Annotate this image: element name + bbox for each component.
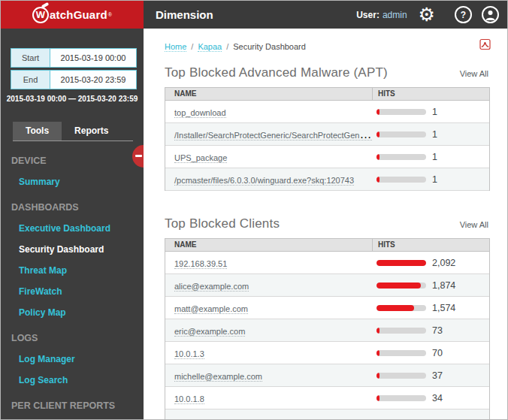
tab-reports[interactable]: Reports xyxy=(62,122,121,141)
logo-w-circle: W xyxy=(32,7,49,23)
row-name-link[interactable]: /Installer/SearchProtectGeneric/SearchPr… xyxy=(174,131,373,141)
end-date-field[interactable]: End 2015-03-20 23:59 xyxy=(11,70,137,89)
nav-section: DEVICE Summary xyxy=(1,150,144,192)
top-bar: W atchGuard ® Dimension User: admin ⚙ ? xyxy=(1,1,507,29)
logo-flame-icon xyxy=(41,2,50,8)
row-name-link[interactable]: /pcmaster/files/6.0.3.0/winguard.exe?skq… xyxy=(174,176,354,186)
sidebar-item-security-dashboard[interactable]: Security Dashboard xyxy=(1,239,144,260)
row-hits-value: 37 xyxy=(432,370,443,381)
brand-area: W atchGuard ® xyxy=(1,1,144,29)
start-date-value: 2015-03-19 00:00 xyxy=(50,49,136,67)
hits-cell: 70 xyxy=(373,348,443,358)
watchguard-logo: W atchGuard ® xyxy=(32,7,112,23)
col-header-hits: HITS xyxy=(373,88,395,100)
view-all-link[interactable]: View All xyxy=(460,220,488,229)
row-name-link[interactable]: matt@example.com xyxy=(174,304,248,314)
hits-bar-fill xyxy=(376,154,379,160)
user-area: User: admin ⚙ ? xyxy=(356,1,499,29)
logo-trademark: ® xyxy=(108,12,112,17)
table-row: top_download 1 xyxy=(165,101,489,123)
user-name: admin xyxy=(383,10,407,20)
hits-cell: 2,092 xyxy=(373,258,455,268)
row-hits-value: 1 xyxy=(432,107,437,117)
sidebar-item-log-search[interactable]: Log Search xyxy=(1,370,144,391)
name-cell: 192.168.39.51 xyxy=(165,256,373,270)
view-all-link[interactable]: View All xyxy=(460,69,488,78)
hits-cell: 34 xyxy=(373,393,443,403)
settings-gear-icon[interactable]: ⚙ xyxy=(419,5,435,24)
sidebar-item-executive-dashboard[interactable]: Executive Dashboard xyxy=(1,218,144,239)
hits-bar-track xyxy=(376,350,426,356)
name-cell: top_download xyxy=(165,105,373,119)
sidebar-item-threat-map[interactable]: Threat Map xyxy=(1,260,144,281)
hits-bar-track xyxy=(376,283,426,289)
panel-title: Top Blocked Advanced Malware (APT) xyxy=(165,65,388,80)
nav-section-title: LOGS xyxy=(1,328,144,349)
sidebar-item-log-manager[interactable]: Log Manager xyxy=(1,349,144,370)
row-name-link[interactable]: 10.0.1.3 xyxy=(174,349,204,359)
start-date-field[interactable]: Start 2015-03-19 00:00 xyxy=(11,48,137,68)
table-row: matt@example.com 1,574 xyxy=(165,297,489,319)
sidebar-item-policy-map[interactable]: Policy Map xyxy=(1,302,144,323)
sidebar-item-summary[interactable]: Summary xyxy=(1,416,144,420)
end-date-value: 2015-03-20 23:59 xyxy=(50,71,136,89)
sidebar-nav: DEVICE Summary DASHBOARDS Executive Dash… xyxy=(1,150,144,420)
name-cell: alice@example.com xyxy=(165,279,373,292)
panels: Top Blocked Advanced Malware (APT) View … xyxy=(165,65,488,419)
export-pdf-icon[interactable] xyxy=(479,38,491,53)
row-hits-value: 1 xyxy=(432,129,437,140)
row-hits-value: 1 xyxy=(432,174,437,185)
hits-bar-fill xyxy=(376,109,379,115)
row-hits-value: 1 xyxy=(432,152,437,162)
sidebar-item-firewatch[interactable]: FireWatch xyxy=(1,281,144,302)
tab-tools[interactable]: Tools xyxy=(13,122,62,141)
nav-section: LOGS Log ManagerLog Search xyxy=(1,328,144,391)
panel: Top Blocked Clients View All NAME HITS 1… xyxy=(165,216,488,419)
sidebar-item-summary[interactable]: Summary xyxy=(1,171,144,192)
name-cell: UPS_package xyxy=(165,150,373,164)
breadcrumb-separator: / xyxy=(226,42,228,51)
hits-bar-track xyxy=(376,131,426,137)
table-header: NAME HITS xyxy=(165,88,489,101)
col-header-hits: HITS xyxy=(373,239,395,251)
nav-section: PER CLIENT REPORTS SummaryDetail xyxy=(1,395,144,420)
hits-bar-fill xyxy=(376,177,379,183)
nav-section-title: DEVICE xyxy=(1,150,144,171)
table-row: alice@example.com 1,874 xyxy=(165,274,489,297)
hits-bar-track xyxy=(376,260,426,266)
name-cell: michelle@example.com xyxy=(165,369,373,382)
table-row: UPS_package 1 xyxy=(165,146,489,168)
hits-cell: 1 xyxy=(373,152,437,162)
panel-head: Top Blocked Advanced Malware (APT) View … xyxy=(165,65,488,80)
row-name-link[interactable]: UPS_package xyxy=(174,153,227,163)
row-name-link[interactable]: eric@example.com xyxy=(174,327,245,337)
row-name-link[interactable]: michelle@example.com xyxy=(174,372,262,382)
row-hits-value: 1,874 xyxy=(432,280,455,291)
hits-bar-fill xyxy=(376,305,414,311)
name-cell: matt@example.com xyxy=(165,301,373,315)
table-row: eric@example.com 73 xyxy=(165,319,489,342)
start-date-label: Start xyxy=(11,49,50,67)
row-name-link[interactable]: top_download xyxy=(174,108,226,118)
row-hits-value: 70 xyxy=(432,348,443,358)
row-name-link[interactable]: 10.0.1.8 xyxy=(174,394,204,404)
minus-icon xyxy=(135,155,142,157)
account-icon[interactable] xyxy=(482,6,499,23)
row-name-link[interactable]: 192.168.39.51 xyxy=(174,259,227,269)
hits-bar-fill xyxy=(376,283,421,289)
end-date-label: End xyxy=(11,71,50,89)
name-cell: eric@example.com xyxy=(165,324,373,337)
row-name-link[interactable]: alice@example.com xyxy=(174,282,249,292)
col-header-name: NAME xyxy=(165,239,373,251)
table-row: 192.168.39.51 2,092 xyxy=(165,252,489,274)
table-row: /Installer/SearchProtectGeneric/SearchPr… xyxy=(165,123,489,146)
hits-bar-fill xyxy=(376,350,379,356)
nav-section: DASHBOARDS Executive DashboardSecurity D… xyxy=(1,197,144,323)
hits-bar-fill xyxy=(376,373,379,379)
help-icon[interactable]: ? xyxy=(455,6,472,23)
hits-bar-track xyxy=(376,395,426,401)
breadcrumb-link-home[interactable]: Home xyxy=(165,42,186,52)
breadcrumb-link-kapaa[interactable]: Kapaa xyxy=(198,42,222,52)
data-table: NAME HITS 192.168.39.51 2,092 alice@exam… xyxy=(165,238,490,419)
table-row-partial xyxy=(165,409,489,419)
